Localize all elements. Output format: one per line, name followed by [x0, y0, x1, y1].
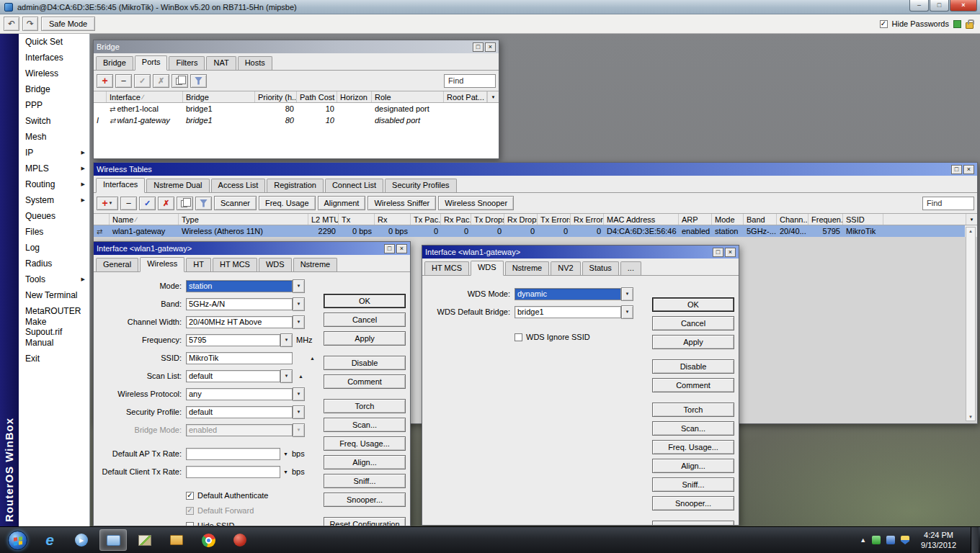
- sidebar-item-make-supout[interactable]: Make Supout.rif: [19, 319, 89, 335]
- column-mode[interactable]: Mode: [712, 214, 744, 225]
- snooper-button[interactable]: Snooper...: [652, 496, 734, 511]
- sidebar-item-system[interactable]: System▶: [19, 192, 89, 208]
- cancel-button[interactable]: Cancel: [324, 313, 406, 327]
- chevron-down-icon[interactable]: ▼: [283, 469, 288, 475]
- sidebar-item-new-terminal[interactable]: New Terminal: [19, 287, 89, 303]
- mode-input[interactable]: station: [186, 280, 293, 292]
- ok-button[interactable]: OK: [652, 297, 734, 312]
- sidebar-item-queues[interactable]: Queues: [19, 208, 89, 224]
- sniff-button[interactable]: Sniff...: [324, 474, 406, 488]
- tray-updates-icon[interactable]: [872, 536, 881, 544]
- chevron-down-icon[interactable]: ▼: [283, 451, 288, 457]
- tab-bridge[interactable]: Bridge: [96, 56, 133, 70]
- column-tx-errors[interactable]: Tx Errors: [538, 214, 571, 225]
- tab-hosts[interactable]: Hosts: [238, 56, 272, 70]
- column-root-path[interactable]: Root Pat...: [444, 91, 487, 102]
- os-titlebar[interactable]: admin@D4:CA:6D:3E:56:45 (MikroTik) - Win…: [0, 0, 980, 14]
- column-rx-errors[interactable]: Rx Errors: [571, 214, 604, 225]
- band-dropdown-button[interactable]: ▼: [293, 297, 305, 311]
- torch-button[interactable]: Torch: [652, 403, 734, 417]
- start-button[interactable]: [8, 531, 27, 550]
- ok-button[interactable]: OK: [324, 294, 406, 308]
- column-tx-drops[interactable]: Tx Drops: [471, 214, 504, 225]
- hidden-icons-arrow[interactable]: ▲: [860, 536, 866, 544]
- scan-button[interactable]: Scan...: [324, 418, 406, 432]
- disable-button[interactable]: ✗: [153, 74, 169, 88]
- tab-wds[interactable]: WDS: [471, 261, 504, 276]
- default-authenticate-checkbox[interactable]: [186, 492, 194, 500]
- wireless-snooper-button[interactable]: Wireless Snooper: [438, 196, 514, 210]
- channel-width-dropdown-button[interactable]: ▼: [293, 315, 305, 329]
- hide-passwords-checkbox[interactable]: [880, 20, 888, 28]
- taskbar-winbox-button[interactable]: [99, 529, 127, 551]
- filter-button[interactable]: [195, 197, 212, 210]
- maximize-button[interactable]: □: [473, 42, 484, 52]
- freq-usage-button[interactable]: Freq. Usage...: [324, 436, 406, 451]
- tab-nstreme[interactable]: Nstreme: [293, 258, 338, 271]
- scan-list-input[interactable]: default: [186, 370, 280, 382]
- maximize-button[interactable]: □: [384, 244, 395, 253]
- tab-nat[interactable]: NAT: [206, 56, 236, 70]
- column-interface[interactable]: Interface∕: [107, 91, 183, 102]
- close-button[interactable]: ×: [963, 165, 974, 174]
- wireless-sniffer-button[interactable]: Wireless Sniffer: [368, 196, 436, 210]
- sidebar-item-bridge[interactable]: Bridge: [19, 81, 89, 97]
- column-tx[interactable]: Tx: [339, 214, 375, 225]
- column-l2mtu[interactable]: L2 MTU: [308, 214, 339, 225]
- tab-ht-mcs[interactable]: HT MCS: [213, 258, 257, 271]
- wds-default-bridge-dropdown-button[interactable]: ▼: [621, 305, 633, 319]
- tab-registration[interactable]: Registration: [267, 179, 324, 192]
- column-select-button[interactable]: ▼: [487, 91, 499, 102]
- close-button[interactable]: ×: [396, 244, 407, 253]
- sidebar-item-interfaces[interactable]: Interfaces: [19, 50, 89, 66]
- scanner-button[interactable]: Scanner: [214, 196, 257, 210]
- column-path-cost[interactable]: Path Cost: [297, 91, 337, 102]
- comment-button[interactable]: [177, 197, 193, 210]
- sniff-button[interactable]: Sniff...: [652, 477, 734, 492]
- find-box[interactable]: Find: [922, 197, 974, 210]
- sidebar-item-manual[interactable]: Manual: [19, 335, 89, 351]
- apply-button[interactable]: Apply: [652, 335, 734, 349]
- frequency-dropdown-button[interactable]: ▼: [280, 333, 293, 347]
- tab-connect-list[interactable]: Connect List: [325, 179, 383, 192]
- default-client-tx-rate-input[interactable]: [186, 466, 280, 478]
- ssid-input[interactable]: MikroTik: [186, 352, 293, 364]
- tab-wds[interactable]: WDS: [259, 258, 292, 271]
- close-button[interactable]: ×: [725, 248, 736, 257]
- wireless-interface-row[interactable]: ⇄ wlan1-gateway Wireless (Atheros 11N) 2…: [94, 225, 965, 237]
- column-tx-packets[interactable]: Tx Pac...: [411, 214, 441, 225]
- enable-button[interactable]: ✓: [139, 197, 156, 210]
- sidebar-item-ip[interactable]: IP▶: [19, 145, 89, 161]
- column-ssid[interactable]: SSID: [843, 214, 883, 225]
- minimize-button[interactable]: –: [909, 0, 929, 12]
- tab-status[interactable]: Status: [582, 261, 619, 275]
- bridge-window-titlebar[interactable]: Bridge □ ×: [94, 40, 499, 53]
- scan-button[interactable]: Scan...: [652, 421, 734, 436]
- table-row[interactable]: ⇄ether1-local bridge1 80 10 designated p…: [94, 103, 499, 114]
- column-channel[interactable]: Chann...: [777, 214, 808, 225]
- column-role[interactable]: Role: [372, 91, 444, 102]
- reset-configuration-button[interactable]: Reset Configuration: [324, 517, 406, 526]
- frequency-input[interactable]: 5795: [186, 334, 280, 346]
- sidebar-item-log[interactable]: Log: [19, 240, 89, 256]
- sidebar-item-mpls[interactable]: MPLS▶: [19, 161, 89, 176]
- flags-column-header[interactable]: [94, 214, 110, 225]
- taskbar-files-button[interactable]: [163, 529, 190, 551]
- comment-button[interactable]: [172, 74, 188, 88]
- reset-configuration-button[interactable]: Reset Configuration: [652, 521, 734, 526]
- column-rx-drops[interactable]: Rx Drops: [504, 214, 538, 225]
- cancel-button[interactable]: Cancel: [652, 316, 734, 331]
- wds-mode-dropdown-button[interactable]: ▼: [621, 287, 633, 301]
- show-desktop-button[interactable]: [971, 527, 979, 553]
- sidebar-item-tools[interactable]: Tools▶: [19, 271, 89, 287]
- add-dropdown-button[interactable]: +▼: [97, 197, 118, 210]
- sidebar-item-files[interactable]: Files: [19, 224, 89, 240]
- wds-mode-input[interactable]: dynamic: [514, 288, 621, 300]
- band-input[interactable]: 5GHz-A/N: [186, 298, 293, 310]
- tab-access-list[interactable]: Access List: [211, 179, 266, 192]
- mode-dropdown-button[interactable]: ▼: [293, 279, 305, 293]
- column-mac-address[interactable]: MAC Address: [604, 214, 679, 225]
- safe-mode-button[interactable]: Safe Mode: [41, 17, 95, 31]
- column-arp[interactable]: ARP: [679, 214, 712, 225]
- wds-ignore-ssid-checkbox[interactable]: [514, 333, 522, 341]
